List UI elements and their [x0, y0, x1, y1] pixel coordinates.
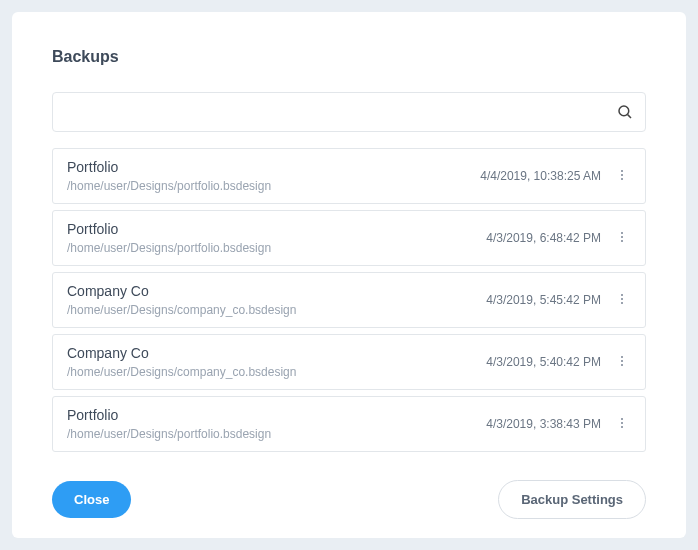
backup-name: Company Co: [67, 345, 486, 361]
svg-point-16: [621, 426, 623, 428]
more-vertical-icon: [615, 290, 629, 311]
more-options-button[interactable]: [611, 410, 633, 438]
backup-path: /home/user/Designs/portfolio.bsdesign: [67, 241, 486, 255]
backup-path: /home/user/Designs/portfolio.bsdesign: [67, 427, 486, 441]
backup-path: /home/user/Designs/portfolio.bsdesign: [67, 179, 480, 193]
close-button[interactable]: Close: [52, 481, 131, 518]
more-vertical-icon: [615, 352, 629, 373]
svg-point-12: [621, 360, 623, 362]
backup-row[interactable]: Portfolio /home/user/Designs/portfolio.b…: [52, 396, 646, 452]
svg-point-11: [621, 355, 623, 357]
svg-point-4: [621, 178, 623, 180]
svg-point-2: [621, 169, 623, 171]
backup-time: 4/3/2019, 5:45:42 PM: [486, 293, 601, 307]
dialog-footer: Close Backup Settings: [52, 480, 646, 519]
backup-time: 4/3/2019, 3:38:43 PM: [486, 417, 601, 431]
backup-row[interactable]: Portfolio /home/user/Designs/portfolio.b…: [52, 148, 646, 204]
backup-row[interactable]: Portfolio /home/user/Designs/portfolio.b…: [52, 210, 646, 266]
backup-time: 4/3/2019, 5:40:42 PM: [486, 355, 601, 369]
more-vertical-icon: [615, 228, 629, 249]
backup-time: 4/3/2019, 6:48:42 PM: [486, 231, 601, 245]
svg-point-6: [621, 236, 623, 238]
svg-point-8: [621, 293, 623, 295]
search-field-wrap: [52, 92, 646, 132]
svg-point-10: [621, 302, 623, 304]
more-vertical-icon: [615, 166, 629, 187]
more-options-button[interactable]: [611, 348, 633, 376]
svg-point-7: [621, 240, 623, 242]
backup-time: 4/4/2019, 10:38:25 AM: [480, 169, 601, 183]
backup-path: /home/user/Designs/company_co.bsdesign: [67, 365, 486, 379]
svg-point-14: [621, 417, 623, 419]
backup-path: /home/user/Designs/company_co.bsdesign: [67, 303, 486, 317]
more-options-button[interactable]: [611, 162, 633, 190]
backup-row-main: Company Co /home/user/Designs/company_co…: [67, 283, 486, 317]
backup-settings-button[interactable]: Backup Settings: [498, 480, 646, 519]
svg-point-3: [621, 174, 623, 176]
svg-point-13: [621, 364, 623, 366]
backup-row[interactable]: Company Co /home/user/Designs/company_co…: [52, 334, 646, 390]
backup-name: Company Co: [67, 283, 486, 299]
backup-row-main: Portfolio /home/user/Designs/portfolio.b…: [67, 221, 486, 255]
dialog-title: Backups: [52, 48, 646, 66]
backup-list: Portfolio /home/user/Designs/portfolio.b…: [52, 148, 646, 458]
svg-point-5: [621, 231, 623, 233]
backup-name: Portfolio: [67, 407, 486, 423]
backup-name: Portfolio: [67, 159, 480, 175]
backups-dialog: Backups Portfolio /home/user/Designs/por…: [12, 12, 686, 538]
more-options-button[interactable]: [611, 224, 633, 252]
backup-row-main: Portfolio /home/user/Designs/portfolio.b…: [67, 407, 486, 441]
more-vertical-icon: [615, 414, 629, 435]
backup-name: Portfolio: [67, 221, 486, 237]
svg-point-9: [621, 298, 623, 300]
svg-point-15: [621, 422, 623, 424]
backup-row-main: Portfolio /home/user/Designs/portfolio.b…: [67, 159, 480, 193]
backup-row-main: Company Co /home/user/Designs/company_co…: [67, 345, 486, 379]
more-options-button[interactable]: [611, 286, 633, 314]
backup-row[interactable]: Company Co /home/user/Designs/company_co…: [52, 272, 646, 328]
search-input[interactable]: [52, 92, 646, 132]
